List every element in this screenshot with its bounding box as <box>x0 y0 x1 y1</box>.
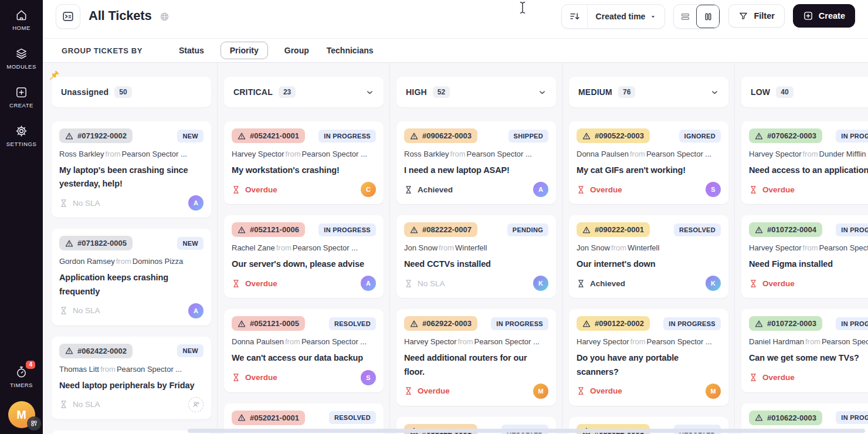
column-title: Unassigned <box>61 87 108 97</box>
scan-badge-icon[interactable] <box>27 416 41 430</box>
sla-text: No SLA <box>418 279 445 288</box>
board-view-icon-button[interactable] <box>56 4 80 29</box>
assignee-avatar[interactable]: M <box>533 384 548 399</box>
column-header[interactable]: MEDIUM 76 <box>569 77 728 107</box>
column-header[interactable]: Unassigned 50 <box>52 77 211 107</box>
assignee-avatar[interactable]: M <box>706 384 721 399</box>
sidebar-item-label: CREATE <box>9 102 33 108</box>
ticket-card[interactable]: #090222-0001 RESOLVED Jon SnowfromWinter… <box>569 215 728 298</box>
sla-text: Overdue <box>762 185 795 194</box>
ticket-card[interactable]: #070622-0003 IN PROGRESS Harvey Spectorf… <box>741 121 868 204</box>
requester-company: Pearson Spector ... <box>467 150 532 158</box>
assignee-avatar-letter: S <box>711 186 715 193</box>
chevron-down-icon[interactable] <box>365 88 374 97</box>
kanban-view-button[interactable] <box>696 5 720 28</box>
ticket-card[interactable]: #090122-0002 IN PROGRESS Harvey Spectorf… <box>569 309 728 405</box>
ticket-card[interactable]: #010722-0004 IN PROGRESS Harvey Spectorf… <box>741 215 868 298</box>
sidebar-item-modules[interactable]: MODULES <box>6 47 36 70</box>
ticket-subject: Need laptop peripherals by Friday <box>59 379 204 392</box>
sidebar-item-settings[interactable]: SETTINGS <box>6 124 37 147</box>
modules-icon <box>15 47 28 60</box>
chevron-down-icon[interactable] <box>538 88 547 97</box>
ticket-id-chip: #010622-0003 <box>749 411 822 425</box>
plus-square-icon <box>803 11 813 21</box>
sidebar-item-timers[interactable]: 4 TIMERS <box>10 365 33 388</box>
filter-button[interactable]: Filter <box>728 4 784 28</box>
sla-status: Overdue <box>232 279 277 288</box>
ticket-id-chip: #090622-0003 <box>404 128 477 143</box>
kanban-column: HIGH 52 #090622-0003 SHIPPED Ross Barkle… <box>389 63 562 434</box>
from-label: from <box>275 243 293 252</box>
chevron-down-icon[interactable] <box>710 88 719 97</box>
group-tickets-bar: GROUP TICKETS BY Status Priority Group T… <box>43 39 868 63</box>
sla-status: Achieved <box>404 185 453 194</box>
ticket-card[interactable]: #090522-0003 IGNORED Donna PaulsenfromPe… <box>569 121 728 204</box>
requester-company: Pearson Spector ... <box>474 337 540 346</box>
ticket-card[interactable]: #052421-0001 IN PROGRESS Harvey Spectorf… <box>224 121 384 204</box>
ticket-card[interactable]: #052121-0006 IN PROGRESS Rachel Zanefrom… <box>224 215 384 298</box>
sort-direction-button[interactable] <box>562 5 587 28</box>
sla-status: No SLA <box>59 199 100 208</box>
requester-company: Pearson Spector ... <box>302 150 367 158</box>
assignee-avatar[interactable]: K <box>706 276 721 291</box>
status-badge: RESOLVED <box>674 223 721 236</box>
assignee-avatar[interactable]: S <box>361 370 376 385</box>
assignee-avatar[interactable]: K <box>533 276 548 291</box>
ticket-card[interactable]: #071822-0005 NEW Gordon RamseyfromDomino… <box>52 229 211 325</box>
tab-group[interactable]: Group <box>283 42 310 59</box>
hourglass-icon <box>577 279 585 288</box>
ticket-card[interactable]: #082222-0007 PENDING Jon SnowfromWinterf… <box>396 215 556 298</box>
board-icon <box>62 10 74 23</box>
column-count-badge: 50 <box>114 86 131 98</box>
requester-line: Thomas LittfromPearson Spector ... <box>59 365 204 374</box>
ticket-id-chip: #062922-0003 <box>404 316 477 331</box>
ticket-id: #010722-0004 <box>767 225 816 234</box>
ticket-card[interactable]: #090622-0003 SHIPPED Ross BarkleyfromPea… <box>396 121 556 204</box>
sidebar-item-label: SETTINGS <box>6 141 37 147</box>
assignee-avatar[interactable]: C <box>361 182 376 197</box>
page-title: All Tickets <box>89 4 151 28</box>
ticket-card[interactable]: #052121-0005 RESOLVED Donna PaulsenfromP… <box>224 309 384 392</box>
warning-triangle-icon <box>65 239 73 247</box>
user-avatar[interactable]: M <box>8 401 35 428</box>
assignee-avatar-letter: A <box>366 280 371 287</box>
requester-company: Pearson Spector ... <box>819 243 868 252</box>
requester-company: Winterfell <box>628 243 659 252</box>
sidebar-item-create[interactable]: CREATE <box>9 86 33 108</box>
assignee-avatar[interactable]: A <box>188 303 204 318</box>
list-view-button[interactable] <box>674 5 696 28</box>
assignee-avatar[interactable]: A <box>188 195 204 211</box>
column-header[interactable]: CRITICAL 23 <box>224 77 384 107</box>
sidebar-item-home[interactable]: HOME <box>12 8 30 31</box>
ticket-id: #090522-0003 <box>595 131 644 140</box>
assignee-avatar[interactable] <box>188 397 204 412</box>
column-header[interactable]: HIGH 52 <box>396 77 556 107</box>
requester-line: Harvey SpectorfromDunder Mifflin ... <box>749 150 868 158</box>
horizontal-scrollbar[interactable] <box>188 429 865 433</box>
ticket-subject: Application keeps crashing frequently <box>59 271 204 298</box>
create-button[interactable]: Create <box>793 4 855 28</box>
tab-status[interactable]: Status <box>178 42 205 59</box>
assignee-avatar[interactable]: S <box>706 182 721 197</box>
status-badge: RESOLVED <box>329 317 376 330</box>
ticket-card[interactable]: #071922-0002 NEW Ross BarkleyfromPearson… <box>52 121 211 218</box>
ticket-card[interactable]: #062422-0002 NEW Thomas LittfromPearson … <box>52 337 211 419</box>
sla-status: Overdue <box>577 386 622 395</box>
assignee-avatar[interactable]: A <box>533 182 548 197</box>
assignee-avatar[interactable]: A <box>361 276 376 291</box>
ticket-id: #070622-0003 <box>767 131 816 140</box>
ticket-card[interactable]: #062922-0003 IN PROGRESS Harvey Spectorf… <box>396 309 556 405</box>
assignee-avatar-letter: A <box>538 186 543 193</box>
tab-technicians[interactable]: Technicians <box>326 42 375 59</box>
from-label: from <box>804 337 822 346</box>
warning-triangle-icon <box>238 226 246 234</box>
sort-field-dropdown[interactable]: Created time <box>587 5 665 28</box>
tab-priority[interactable]: Priority <box>221 42 268 59</box>
requester-company: Winterfell <box>455 243 487 252</box>
column-header[interactable]: LOW 40 <box>741 77 868 107</box>
sort-field-value: Created time <box>596 12 646 21</box>
requester-company: Dominos Pizza <box>133 257 184 266</box>
ticket-card[interactable]: #010722-0003 IN PROGRESS Daniel Hardmanf… <box>741 309 868 392</box>
globe-icon[interactable] <box>160 12 169 22</box>
column-count-badge: 76 <box>618 86 635 98</box>
